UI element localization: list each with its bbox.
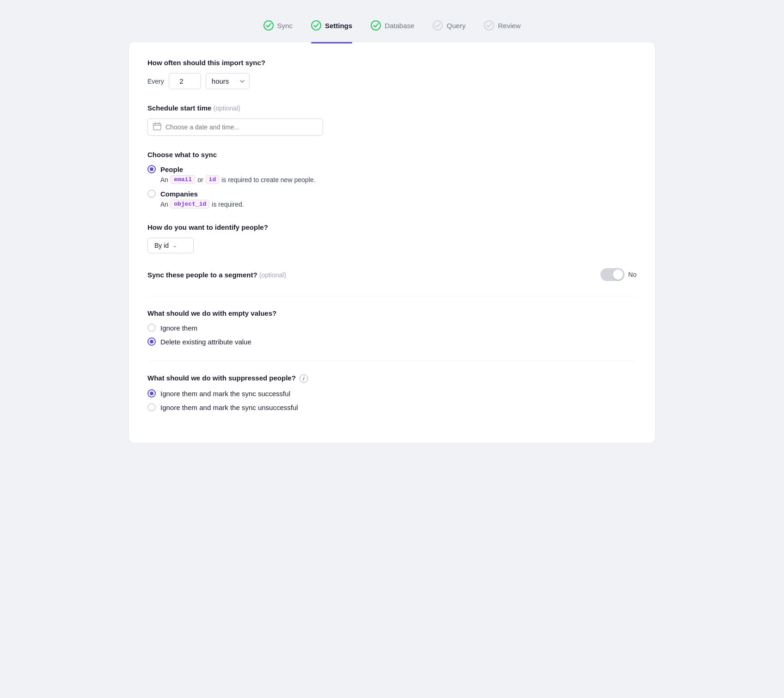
toggle-thumb xyxy=(613,269,623,280)
people-desc-rest: is required to create new people. xyxy=(221,176,315,184)
identify-people-dropdown[interactable]: By id ⌄ xyxy=(147,238,194,253)
ignore-empty-item[interactable]: Ignore them xyxy=(147,324,637,332)
people-desc-an: An xyxy=(160,176,168,184)
delete-empty-item[interactable]: Delete existing attribute value xyxy=(147,337,637,346)
suppressed-people-section: What should we do with suppressed people… xyxy=(147,374,637,411)
step-review[interactable]: Review xyxy=(484,20,521,31)
companies-radio-button[interactable] xyxy=(147,190,156,198)
companies-radio-row[interactable]: Companies xyxy=(147,190,637,198)
settings-card: How often should this import sync? Every… xyxy=(129,42,655,443)
suppress-success-radio[interactable] xyxy=(147,389,156,398)
date-time-input[interactable] xyxy=(147,118,323,136)
segment-optional: (optional) xyxy=(259,271,286,279)
companies-desc-an: An xyxy=(160,201,168,208)
divider-1 xyxy=(147,296,637,296)
step-settings-circle xyxy=(311,20,321,31)
segment-toggle-label: No xyxy=(628,271,637,278)
companies-objectid-badge: object_id xyxy=(171,200,209,208)
schedule-start-section: Schedule start time (optional) xyxy=(147,104,637,136)
people-id-badge: id xyxy=(206,175,220,184)
schedule-start-label: Schedule start time (optional) xyxy=(147,104,637,112)
step-database-circle xyxy=(371,20,381,31)
step-sync[interactable]: Sync xyxy=(263,20,293,31)
suppress-fail-label: Ignore them and mark the sync unsuccessf… xyxy=(160,404,298,411)
step-sync-circle xyxy=(263,20,274,31)
people-desc-or: or xyxy=(197,176,203,184)
step-database[interactable]: Database xyxy=(371,20,414,31)
identify-people-label: How do you want to identify people? xyxy=(147,223,637,231)
step-settings-label: Settings xyxy=(325,22,352,30)
people-radio-item: People An email or id is required to cre… xyxy=(147,165,637,184)
date-input-wrapper xyxy=(147,118,323,136)
page-wrapper: Sync Settings Database xyxy=(129,9,655,689)
chevron-down-icon: ⌄ xyxy=(172,242,177,249)
delete-empty-radio[interactable] xyxy=(147,337,156,346)
sync-frequency-section: How often should this import sync? Every… xyxy=(147,59,637,89)
interval-number-input[interactable] xyxy=(169,73,201,89)
ignore-empty-label: Ignore them xyxy=(160,324,197,332)
empty-values-radio-group: Ignore them Delete existing attribute va… xyxy=(147,324,637,346)
sync-frequency-row: Every hours minutes days xyxy=(147,73,637,89)
stepper-nav: Sync Settings Database xyxy=(129,9,655,31)
companies-radio-item: Companies An object_id is required. xyxy=(147,190,637,208)
people-email-badge: email xyxy=(171,175,195,184)
suppressed-info-icon[interactable]: i xyxy=(300,374,308,383)
segment-sync-label: Sync these people to a segment? (optiona… xyxy=(147,271,286,279)
identify-people-value: By id xyxy=(154,242,169,249)
empty-values-section: What should we do with empty values? Ign… xyxy=(147,309,637,346)
suppress-fail-radio[interactable] xyxy=(147,403,156,411)
companies-radio-label: Companies xyxy=(160,190,198,198)
suppress-fail-item[interactable]: Ignore them and mark the sync unsuccessf… xyxy=(147,403,637,411)
divider-2 xyxy=(147,361,637,361)
empty-values-label: What should we do with empty values? xyxy=(147,309,637,317)
segment-sync-section: Sync these people to a segment? (optiona… xyxy=(147,268,637,281)
segment-toggle-wrapper: No xyxy=(600,268,637,281)
companies-desc-rest: is required. xyxy=(212,201,244,208)
step-query-label: Query xyxy=(447,22,466,30)
delete-empty-label: Delete existing attribute value xyxy=(160,338,251,346)
people-radio-row[interactable]: People xyxy=(147,165,637,173)
step-query[interactable]: Query xyxy=(433,20,466,31)
people-description: An email or id is required to create new… xyxy=(160,175,637,184)
sync-what-label: Choose what to sync xyxy=(147,151,637,159)
segment-toggle-row: Sync these people to a segment? (optiona… xyxy=(147,268,637,281)
step-database-label: Database xyxy=(385,22,414,30)
every-label: Every xyxy=(147,78,164,85)
step-settings[interactable]: Settings xyxy=(311,20,352,31)
sync-what-section: Choose what to sync People An email or i… xyxy=(147,151,637,208)
segment-toggle[interactable] xyxy=(600,268,625,281)
step-sync-label: Sync xyxy=(277,22,293,30)
identify-people-section: How do you want to identify people? By i… xyxy=(147,223,637,253)
ignore-empty-radio[interactable] xyxy=(147,324,156,332)
suppress-success-label: Ignore them and mark the sync successful xyxy=(160,390,290,398)
step-query-circle xyxy=(433,20,443,31)
suppress-success-item[interactable]: Ignore them and mark the sync successful xyxy=(147,389,637,398)
step-review-label: Review xyxy=(498,22,521,30)
interval-unit-select[interactable]: hours minutes days xyxy=(206,73,250,89)
suppressed-people-radio-group: Ignore them and mark the sync successful… xyxy=(147,389,637,411)
suppressed-people-label: What should we do with suppressed people… xyxy=(147,374,637,383)
step-review-circle xyxy=(484,20,494,31)
people-radio-label: People xyxy=(160,165,183,173)
sync-what-radio-group: People An email or id is required to cre… xyxy=(147,165,637,208)
people-radio-button[interactable] xyxy=(147,165,156,173)
sync-frequency-label: How often should this import sync? xyxy=(147,59,637,67)
companies-description: An object_id is required. xyxy=(160,200,637,208)
